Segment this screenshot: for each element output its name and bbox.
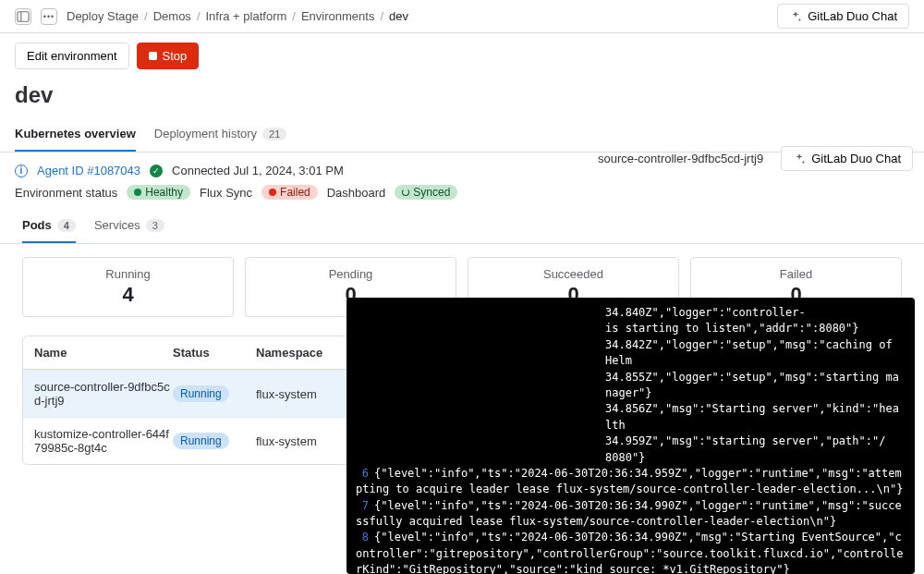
terminal-body[interactable]: 34.840Z","logger":"controller-is startin… <box>346 298 915 574</box>
subtab-pods[interactable]: Pods 4 <box>22 209 76 243</box>
breadcrumb: Deploy Stage/ Demos/ Infra + platform/ E… <box>67 9 768 23</box>
stop-label: Stop <box>163 49 188 63</box>
pod-status-badge: Running <box>173 385 229 402</box>
gitlab-duo-chat-button[interactable]: GitLab Duo Chat <box>777 4 909 29</box>
agent-id-link[interactable]: Agent ID #1087043 <box>37 164 140 177</box>
dashboard-label: Dashboard <box>327 186 386 200</box>
gitlab-duo-chat-label: GitLab Duo Chat <box>808 9 897 23</box>
pod-status-badge: Running <box>173 433 229 449</box>
breadcrumb-item[interactable]: Environments <box>301 9 374 23</box>
tab-deployment-history[interactable]: Deployment history 21 <box>154 117 287 152</box>
svg-rect-0 <box>18 11 29 21</box>
stat-running: Running4 <box>22 257 234 317</box>
gitlab-duo-chat-label: GitLab Duo Chat <box>811 152 901 165</box>
tab-kubernetes-overview[interactable]: Kubernetes overview <box>15 117 136 152</box>
deployment-history-count: 21 <box>262 128 286 140</box>
pods-count: 4 <box>57 219 76 232</box>
right-panel-title: source-controller-9dfbc5cd-jrtj9 <box>598 152 763 165</box>
breadcrumb-current: dev <box>389 9 408 23</box>
env-status-label: Environment status <box>15 186 117 200</box>
services-count: 3 <box>146 219 164 232</box>
edit-environment-button[interactable]: Edit environment <box>15 43 129 69</box>
tab-deployment-history-label: Deployment history <box>154 127 257 140</box>
connected-status: Connected Jul 1, 2024, 3:01 PM <box>172 164 344 177</box>
log-terminal: Pod: source-controller-9dfbc5cd-jrtj9 Co… <box>346 298 915 574</box>
subtab-services-label: Services <box>94 218 140 232</box>
check-icon: ✓ <box>150 165 163 177</box>
col-status: Status <box>173 346 256 360</box>
info-icon: i <box>15 165 28 177</box>
subtab-services[interactable]: Services 3 <box>94 209 164 243</box>
sparkle-icon <box>789 10 802 23</box>
breadcrumb-more-button[interactable]: ••• <box>41 8 57 25</box>
gitlab-duo-chat-button-side[interactable]: GitLab Duo Chat <box>781 146 913 171</box>
page-title: dev <box>0 79 924 117</box>
stop-button[interactable]: Stop <box>137 43 200 69</box>
stop-icon <box>149 52 157 60</box>
failed-badge: Failed <box>261 185 318 200</box>
sidebar-toggle-icon[interactable] <box>15 8 31 25</box>
col-name: Name <box>34 346 173 360</box>
breadcrumb-item[interactable]: Demos <box>153 9 191 23</box>
subtab-pods-label: Pods <box>22 218 52 232</box>
pod-name: source-controller-9dfbc5cd-jrtj9 <box>34 380 173 408</box>
synced-badge: Synced <box>395 185 457 200</box>
breadcrumb-item[interactable]: Deploy Stage <box>67 9 139 23</box>
breadcrumb-item[interactable]: Infra + platform <box>206 9 287 23</box>
pod-name: kustomize-controller-644f79985c-8gt4c <box>34 427 173 455</box>
flux-sync-label: Flux Sync <box>200 186 252 200</box>
sparkle-icon <box>793 153 806 165</box>
healthy-badge: Healthy <box>127 185 190 200</box>
